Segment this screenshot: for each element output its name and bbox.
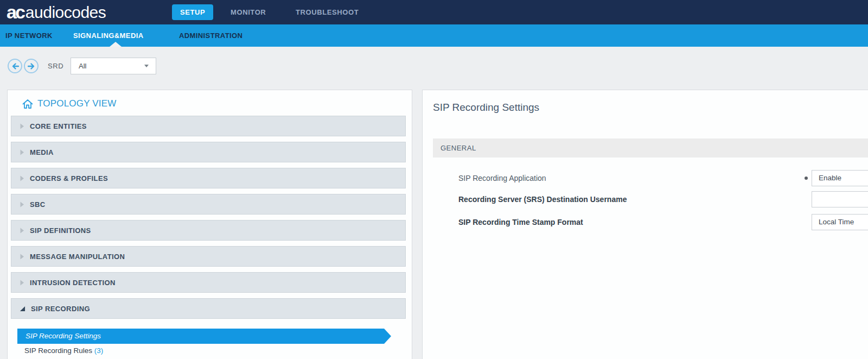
field-label-srs-destination-username: Recording Server (SRS) Destination Usern… (458, 191, 627, 207)
section-header-label: GENERAL (441, 144, 476, 152)
srd-label: SRD (48, 62, 63, 70)
srs-destination-username-input[interactable] (812, 191, 868, 207)
topology-view-header[interactable]: TOPOLOGY VIEW (22, 97, 117, 111)
tab-monitor[interactable]: MONITOR (231, 0, 266, 24)
sidebar-section-label: SBC (30, 200, 46, 209)
navigate-forward-button[interactable] (24, 59, 39, 73)
arrow-right-icon (28, 63, 35, 70)
active-tab-pointer-icon (110, 42, 122, 47)
sidebar-item-sip-recording-rules[interactable]: SIP Recording Rules (3) (24, 347, 103, 355)
sidebar-section-label: MEDIA (30, 148, 54, 156)
tab-signaling-media[interactable]: SIGNALING&MEDIA (73, 24, 144, 47)
sidebar-section-label: CODERS & PROFILES (30, 174, 108, 182)
tab-setup[interactable]: SETUP (172, 4, 213, 20)
caret-right-icon (20, 175, 24, 181)
sidebar-section-label: SIP RECORDING (31, 305, 90, 313)
caret-expanded-icon (20, 306, 25, 312)
audiocodes-logo[interactable]: ac audiocodes (7, 0, 106, 24)
audiocodes-logo-icon: ac (7, 0, 24, 24)
select-value: Enable (819, 174, 841, 182)
field-label-sip-recording-application: SIP Recording Application (458, 170, 546, 186)
topology-view-title: TOPOLOGY VIEW (37, 98, 117, 109)
srd-dropdown[interactable]: All (71, 58, 156, 74)
sidebar-section-label: INTRUSION DETECTION (30, 279, 116, 287)
modified-indicator-icon (805, 177, 808, 180)
sidebar-item-sip-recording-settings[interactable]: SIP Recording Settings (17, 329, 384, 344)
caret-right-icon (20, 123, 24, 129)
sidebar-section-core-entities[interactable]: CORE ENTITIES (11, 116, 406, 136)
rules-count-badge: (3) (94, 347, 104, 355)
caret-right-icon (20, 201, 24, 207)
srd-dropdown-value: All (79, 62, 86, 70)
select-value: Local Time (819, 218, 854, 226)
caret-right-icon (20, 280, 24, 286)
sidebar-section-label: SIP DEFINITIONS (30, 226, 91, 235)
sip-recording-application-select[interactable]: Enable (812, 170, 868, 186)
settings-panel: SIP Recording Settings GENERAL SIP Recor… (422, 90, 868, 359)
caret-right-icon (20, 149, 24, 155)
top-bar: ac audiocodes SETUP MONITOR TROUBLESHOOT (0, 0, 868, 24)
caret-right-icon (20, 228, 24, 234)
sidebar-section-message-manipulation[interactable]: MESSAGE MANIPULATION (11, 246, 406, 267)
audiocodes-logo-text: audiocodes (25, 0, 106, 24)
topology-panel: TOPOLOGY VIEW CORE ENTITIES MEDIA CODERS… (7, 90, 412, 359)
arrow-left-icon (11, 63, 19, 70)
home-icon (22, 99, 33, 109)
rules-item-label: SIP Recording Rules (24, 347, 92, 355)
sidebar-section-label: CORE ENTITIES (30, 122, 87, 130)
sidebar-section-coders-profiles[interactable]: CODERS & PROFILES (11, 168, 406, 188)
time-stamp-format-select[interactable]: Local Time (812, 214, 868, 230)
sidebar-section-label: MESSAGE MANIPULATION (30, 253, 125, 261)
tab-ip-network[interactable]: IP NETWORK (5, 24, 53, 47)
navigate-back-button[interactable] (8, 59, 22, 73)
field-label-time-stamp-format: SIP Recording Time Stamp Format (458, 214, 583, 230)
sidebar-section-sip-recording[interactable]: SIP RECORDING (11, 298, 406, 319)
chevron-down-icon (144, 65, 149, 67)
tab-troubleshoot[interactable]: TROUBLESHOOT (296, 0, 359, 24)
selected-item-label: SIP Recording Settings (17, 329, 384, 344)
sidebar-section-intrusion-detection[interactable]: INTRUSION DETECTION (11, 272, 406, 293)
sidebar-section-media[interactable]: MEDIA (11, 142, 406, 162)
sub-nav-bar: IP NETWORK SIGNALING&MEDIA ADMINISTRATIO… (0, 24, 868, 47)
sidebar-section-sip-definitions[interactable]: SIP DEFINITIONS (11, 220, 406, 241)
section-header-general: GENERAL (433, 138, 868, 158)
sidebar-section-sbc[interactable]: SBC (11, 194, 406, 215)
page-title: SIP Recording Settings (433, 102, 539, 114)
caret-right-icon (20, 254, 24, 260)
audiocodes-web-ui: ac audiocodes SETUP MONITOR TROUBLESHOOT… (0, 0, 868, 359)
tab-administration[interactable]: ADMINISTRATION (179, 24, 242, 47)
